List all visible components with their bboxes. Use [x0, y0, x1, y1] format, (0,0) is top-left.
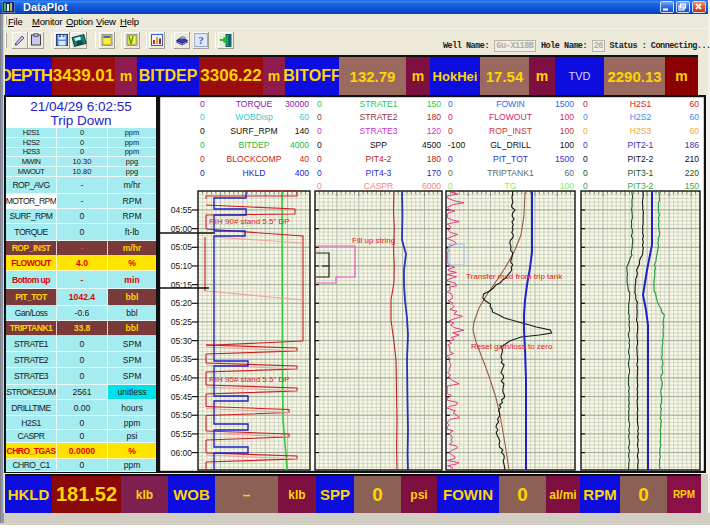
- svg-text:RIH 95# stand 5.5" DP: RIH 95# stand 5.5" DP: [209, 375, 290, 384]
- svg-text:30000: 30000: [285, 99, 309, 109]
- svg-text:0: 0: [583, 112, 588, 122]
- svg-text:0: 0: [317, 99, 322, 109]
- svg-text:GL_DRILL: GL_DRILL: [490, 140, 531, 150]
- svg-text:05:25: 05:25: [171, 317, 193, 327]
- svg-text:Transfer mud from trip tank: Transfer mud from trip tank: [466, 272, 563, 281]
- svg-text:PIT3-2: PIT3-2: [628, 181, 654, 191]
- svg-text:40: 40: [299, 154, 309, 164]
- svg-text:4000: 4000: [290, 140, 309, 150]
- svg-text:170: 170: [427, 168, 442, 178]
- svg-text:ROP_INST: ROP_INST: [489, 126, 533, 136]
- svg-text:STRATE2: STRATE2: [359, 112, 397, 122]
- svg-text:0: 0: [448, 168, 453, 178]
- svg-text:Fill up string: Fill up string: [352, 236, 395, 245]
- svg-text:220: 220: [685, 168, 700, 178]
- svg-text:TG: TG: [505, 181, 517, 191]
- svg-text:05:40: 05:40: [171, 373, 193, 383]
- svg-text:BLOCKCOMP: BLOCKCOMP: [227, 154, 282, 164]
- svg-text:210: 210: [685, 154, 700, 164]
- svg-text:05:45: 05:45: [171, 392, 193, 402]
- svg-text:0: 0: [583, 168, 588, 178]
- svg-text:0: 0: [583, 140, 588, 150]
- svg-text:CASPR: CASPR: [364, 181, 394, 191]
- svg-text:?: ?: [198, 34, 204, 46]
- svg-text:0: 0: [448, 181, 453, 191]
- svg-text:150: 150: [685, 181, 700, 191]
- svg-text:60: 60: [689, 126, 699, 136]
- svg-text:100: 100: [560, 112, 575, 122]
- svg-text:60: 60: [564, 168, 574, 178]
- svg-text:-100: -100: [448, 140, 465, 150]
- svg-text:SPP: SPP: [370, 140, 387, 150]
- svg-text:05:35: 05:35: [171, 354, 193, 364]
- svg-text:150: 150: [427, 99, 442, 109]
- svg-text:RIH 90# stand 5.5" DP: RIH 90# stand 5.5" DP: [209, 217, 290, 226]
- svg-text:05:05: 05:05: [171, 242, 193, 252]
- svg-text:TRIPTANK1: TRIPTANK1: [487, 168, 534, 178]
- svg-text:0: 0: [583, 154, 588, 164]
- svg-text:180: 180: [427, 112, 442, 122]
- svg-text:100: 100: [560, 140, 575, 150]
- svg-text:0: 0: [200, 99, 205, 109]
- svg-text:Reset gain/loss to zero: Reset gain/loss to zero: [471, 342, 553, 351]
- svg-text:PIT2-2: PIT2-2: [628, 154, 654, 164]
- svg-text:STRATE3: STRATE3: [359, 126, 397, 136]
- svg-text:140: 140: [295, 126, 310, 136]
- svg-text:05:00: 05:00: [171, 224, 193, 234]
- svg-text:05:50: 05:50: [171, 410, 193, 420]
- svg-text:6000: 6000: [422, 181, 441, 191]
- svg-text:BITDEP: BITDEP: [238, 140, 269, 150]
- svg-text:0: 0: [317, 168, 322, 178]
- svg-text:PIT2-1: PIT2-1: [628, 140, 654, 150]
- svg-text:05:10: 05:10: [171, 261, 193, 271]
- svg-text:0: 0: [583, 126, 588, 136]
- svg-text:SURF_RPM: SURF_RPM: [230, 126, 277, 136]
- svg-text:H2S2: H2S2: [630, 112, 652, 122]
- svg-text:400: 400: [295, 168, 310, 178]
- svg-text:4500: 4500: [422, 140, 441, 150]
- svg-text:0: 0: [317, 140, 322, 150]
- svg-text:HKLD: HKLD: [243, 168, 266, 178]
- svg-text:0: 0: [200, 154, 205, 164]
- svg-text:0: 0: [200, 126, 205, 136]
- svg-text:0: 0: [448, 99, 453, 109]
- svg-text:H2S3: H2S3: [630, 126, 652, 136]
- svg-text:WOBDisp: WOBDisp: [235, 112, 273, 122]
- svg-text:60: 60: [299, 112, 309, 122]
- svg-text:PIT3-1: PIT3-1: [628, 168, 654, 178]
- svg-text:TORQUE: TORQUE: [236, 99, 273, 109]
- svg-text:60: 60: [689, 99, 699, 109]
- svg-text:0: 0: [200, 140, 205, 150]
- svg-text:FOWIN: FOWIN: [496, 99, 525, 109]
- svg-text:PIT4-3: PIT4-3: [366, 168, 392, 178]
- svg-text:1500: 1500: [555, 99, 574, 109]
- svg-text:06:00: 06:00: [171, 448, 193, 458]
- svg-text:0: 0: [583, 181, 588, 191]
- svg-text:05:55: 05:55: [171, 429, 193, 439]
- svg-text:100: 100: [560, 181, 575, 191]
- svg-text:120: 120: [427, 126, 442, 136]
- svg-text:05:20: 05:20: [171, 298, 193, 308]
- svg-text:0: 0: [317, 181, 322, 191]
- svg-text:0: 0: [448, 154, 453, 164]
- svg-text:0: 0: [448, 112, 453, 122]
- svg-text:04:55: 04:55: [171, 205, 193, 215]
- svg-text:0: 0: [583, 99, 588, 109]
- svg-text:100: 100: [560, 126, 575, 136]
- svg-text:0: 0: [200, 168, 205, 178]
- svg-text:FLOWOUT: FLOWOUT: [489, 112, 533, 122]
- svg-text:0: 0: [317, 154, 322, 164]
- svg-text:0: 0: [317, 112, 322, 122]
- svg-text:0: 0: [448, 126, 453, 136]
- svg-text:STRATE1: STRATE1: [359, 99, 397, 109]
- svg-text:180: 180: [427, 154, 442, 164]
- svg-text:PIT_TOT: PIT_TOT: [493, 154, 529, 164]
- svg-text:0: 0: [317, 126, 322, 136]
- svg-text:05:30: 05:30: [171, 336, 193, 346]
- svg-text:PIT4-2: PIT4-2: [366, 154, 392, 164]
- svg-text:H2S1: H2S1: [630, 99, 652, 109]
- svg-text:60: 60: [689, 112, 699, 122]
- svg-text:186: 186: [685, 140, 700, 150]
- svg-text:1500: 1500: [555, 154, 574, 164]
- svg-text:0: 0: [200, 112, 205, 122]
